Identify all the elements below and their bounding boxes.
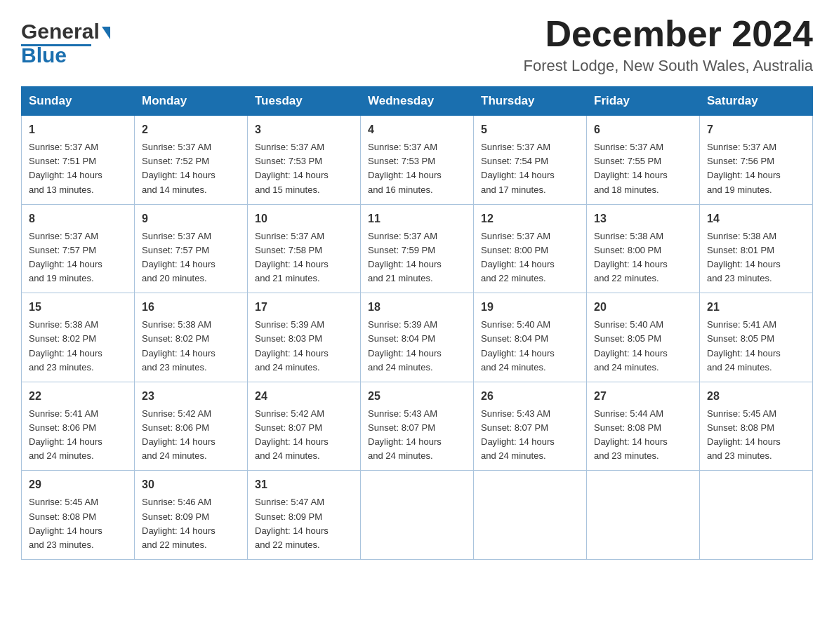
day-info: Sunrise: 5:37 AM Sunset: 7:56 PM Dayligh… (707, 140, 805, 197)
day-number: 2 (142, 121, 240, 138)
calendar-cell: 26 Sunrise: 5:43 AM Sunset: 8:07 PM Dayl… (474, 382, 587, 471)
day-info: Sunrise: 5:37 AM Sunset: 7:51 PM Dayligh… (29, 140, 127, 197)
day-number: 19 (481, 299, 579, 316)
day-number: 3 (255, 121, 353, 138)
calendar-cell: 16 Sunrise: 5:38 AM Sunset: 8:02 PM Dayl… (135, 293, 248, 382)
logo-triangle-icon (102, 27, 110, 39)
day-number: 30 (142, 476, 240, 493)
day-number: 13 (594, 210, 692, 227)
calendar-week-row: 22 Sunrise: 5:41 AM Sunset: 8:06 PM Dayl… (22, 382, 813, 471)
day-info: Sunrise: 5:44 AM Sunset: 8:08 PM Dayligh… (594, 407, 692, 464)
calendar-cell: 20 Sunrise: 5:40 AM Sunset: 8:05 PM Dayl… (587, 293, 700, 382)
day-info: Sunrise: 5:42 AM Sunset: 8:07 PM Dayligh… (255, 407, 353, 464)
day-info: Sunrise: 5:37 AM Sunset: 7:52 PM Dayligh… (142, 140, 240, 197)
day-info: Sunrise: 5:38 AM Sunset: 8:02 PM Dayligh… (29, 318, 127, 375)
calendar-cell: 1 Sunrise: 5:37 AM Sunset: 7:51 PM Dayli… (22, 116, 135, 205)
day-info: Sunrise: 5:38 AM Sunset: 8:02 PM Dayligh… (142, 318, 240, 375)
day-info: Sunrise: 5:43 AM Sunset: 8:07 PM Dayligh… (368, 407, 466, 464)
calendar-cell: 17 Sunrise: 5:39 AM Sunset: 8:03 PM Dayl… (248, 293, 361, 382)
day-info: Sunrise: 5:40 AM Sunset: 8:04 PM Dayligh… (481, 318, 579, 375)
calendar-cell (587, 471, 700, 560)
calendar-cell: 2 Sunrise: 5:37 AM Sunset: 7:52 PM Dayli… (135, 116, 248, 205)
weekday-header-sunday: Sunday (22, 87, 135, 116)
calendar-cell: 28 Sunrise: 5:45 AM Sunset: 8:08 PM Dayl… (700, 382, 813, 471)
calendar-cell: 15 Sunrise: 5:38 AM Sunset: 8:02 PM Dayl… (22, 293, 135, 382)
day-info: Sunrise: 5:37 AM Sunset: 7:57 PM Dayligh… (29, 229, 127, 286)
day-info: Sunrise: 5:37 AM Sunset: 7:59 PM Dayligh… (368, 229, 466, 286)
logo-general: General (21, 20, 100, 43)
day-info: Sunrise: 5:37 AM Sunset: 7:54 PM Dayligh… (481, 140, 579, 197)
calendar-cell: 30 Sunrise: 5:46 AM Sunset: 8:09 PM Dayl… (135, 471, 248, 560)
location-subtitle: Forest Lodge, New South Wales, Australia (524, 57, 814, 75)
calendar-table: SundayMondayTuesdayWednesdayThursdayFrid… (21, 86, 813, 560)
weekday-header-monday: Monday (135, 87, 248, 116)
calendar-cell: 13 Sunrise: 5:38 AM Sunset: 8:00 PM Dayl… (587, 204, 700, 293)
day-number: 22 (29, 388, 127, 405)
calendar-cell: 8 Sunrise: 5:37 AM Sunset: 7:57 PM Dayli… (22, 204, 135, 293)
calendar-cell: 25 Sunrise: 5:43 AM Sunset: 8:07 PM Dayl… (361, 382, 474, 471)
day-number: 10 (255, 210, 353, 227)
calendar-cell: 22 Sunrise: 5:41 AM Sunset: 8:06 PM Dayl… (22, 382, 135, 471)
day-info: Sunrise: 5:38 AM Sunset: 8:01 PM Dayligh… (707, 229, 805, 286)
day-info: Sunrise: 5:37 AM Sunset: 7:53 PM Dayligh… (368, 140, 466, 197)
day-info: Sunrise: 5:37 AM Sunset: 7:53 PM Dayligh… (255, 140, 353, 197)
calendar-cell: 23 Sunrise: 5:42 AM Sunset: 8:06 PM Dayl… (135, 382, 248, 471)
calendar-cell: 19 Sunrise: 5:40 AM Sunset: 8:04 PM Dayl… (474, 293, 587, 382)
day-number: 11 (368, 210, 466, 227)
calendar-cell (361, 471, 474, 560)
calendar-cell: 29 Sunrise: 5:45 AM Sunset: 8:08 PM Dayl… (22, 471, 135, 560)
calendar-cell: 14 Sunrise: 5:38 AM Sunset: 8:01 PM Dayl… (700, 204, 813, 293)
day-info: Sunrise: 5:37 AM Sunset: 7:55 PM Dayligh… (594, 140, 692, 197)
calendar-cell: 24 Sunrise: 5:42 AM Sunset: 8:07 PM Dayl… (248, 382, 361, 471)
day-info: Sunrise: 5:38 AM Sunset: 8:00 PM Dayligh… (594, 229, 692, 286)
day-number: 8 (29, 210, 127, 227)
page-header: General Blue December 2024 Forest Lodge,… (21, 14, 813, 75)
calendar-cell: 4 Sunrise: 5:37 AM Sunset: 7:53 PM Dayli… (361, 116, 474, 205)
day-info: Sunrise: 5:40 AM Sunset: 8:05 PM Dayligh… (594, 318, 692, 375)
day-number: 21 (707, 299, 805, 316)
day-number: 7 (707, 121, 805, 138)
calendar-cell: 12 Sunrise: 5:37 AM Sunset: 8:00 PM Dayl… (474, 204, 587, 293)
calendar-cell: 9 Sunrise: 5:37 AM Sunset: 7:57 PM Dayli… (135, 204, 248, 293)
day-number: 28 (707, 388, 805, 405)
day-number: 24 (255, 388, 353, 405)
calendar-week-row: 1 Sunrise: 5:37 AM Sunset: 7:51 PM Dayli… (22, 116, 813, 205)
day-info: Sunrise: 5:41 AM Sunset: 8:06 PM Dayligh… (29, 407, 127, 464)
weekday-header-friday: Friday (587, 87, 700, 116)
day-info: Sunrise: 5:47 AM Sunset: 8:09 PM Dayligh… (255, 495, 353, 552)
weekday-header-thursday: Thursday (474, 87, 587, 116)
day-number: 15 (29, 299, 127, 316)
day-info: Sunrise: 5:45 AM Sunset: 8:08 PM Dayligh… (29, 495, 127, 552)
month-year-title: December 2024 (524, 14, 814, 54)
day-number: 14 (707, 210, 805, 227)
day-number: 27 (594, 388, 692, 405)
logo-blue: Blue (21, 43, 67, 67)
day-info: Sunrise: 5:39 AM Sunset: 8:03 PM Dayligh… (255, 318, 353, 375)
weekday-header-row: SundayMondayTuesdayWednesdayThursdayFrid… (22, 87, 813, 116)
calendar-cell: 31 Sunrise: 5:47 AM Sunset: 8:09 PM Dayl… (248, 471, 361, 560)
calendar-cell: 10 Sunrise: 5:37 AM Sunset: 7:58 PM Dayl… (248, 204, 361, 293)
day-number: 25 (368, 388, 466, 405)
calendar-cell (700, 471, 813, 560)
day-number: 31 (255, 476, 353, 493)
day-info: Sunrise: 5:39 AM Sunset: 8:04 PM Dayligh… (368, 318, 466, 375)
day-number: 17 (255, 299, 353, 316)
weekday-header-tuesday: Tuesday (248, 87, 361, 116)
calendar-cell: 7 Sunrise: 5:37 AM Sunset: 7:56 PM Dayli… (700, 116, 813, 205)
calendar-cell: 6 Sunrise: 5:37 AM Sunset: 7:55 PM Dayli… (587, 116, 700, 205)
day-info: Sunrise: 5:43 AM Sunset: 8:07 PM Dayligh… (481, 407, 579, 464)
day-number: 6 (594, 121, 692, 138)
calendar-cell: 11 Sunrise: 5:37 AM Sunset: 7:59 PM Dayl… (361, 204, 474, 293)
day-number: 23 (142, 388, 240, 405)
title-area: December 2024 Forest Lodge, New South Wa… (524, 14, 814, 75)
day-number: 18 (368, 299, 466, 316)
day-number: 20 (594, 299, 692, 316)
calendar-week-row: 8 Sunrise: 5:37 AM Sunset: 7:57 PM Dayli… (22, 204, 813, 293)
day-number: 26 (481, 388, 579, 405)
calendar-cell: 21 Sunrise: 5:41 AM Sunset: 8:05 PM Dayl… (700, 293, 813, 382)
day-number: 5 (481, 121, 579, 138)
logo: General Blue (21, 14, 110, 67)
day-number: 9 (142, 210, 240, 227)
calendar-cell: 3 Sunrise: 5:37 AM Sunset: 7:53 PM Dayli… (248, 116, 361, 205)
calendar-cell (474, 471, 587, 560)
